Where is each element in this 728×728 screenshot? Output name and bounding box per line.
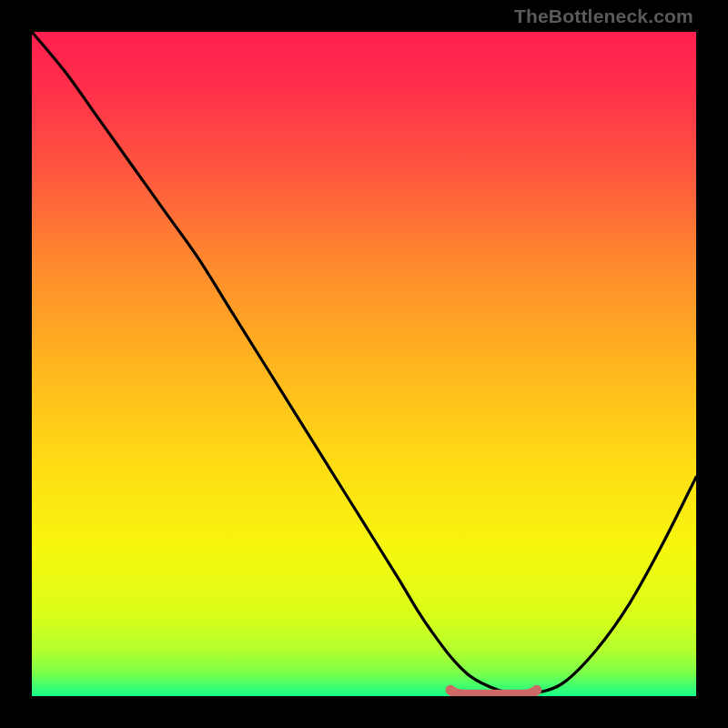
chart-frame: TheBottleneck.com [0,0,728,728]
chart-svg [32,32,696,696]
watermark-text: TheBottleneck.com [514,5,693,27]
optimal-range-marker [450,690,537,694]
bottleneck-curve [32,32,696,693]
plot-area [32,32,696,696]
